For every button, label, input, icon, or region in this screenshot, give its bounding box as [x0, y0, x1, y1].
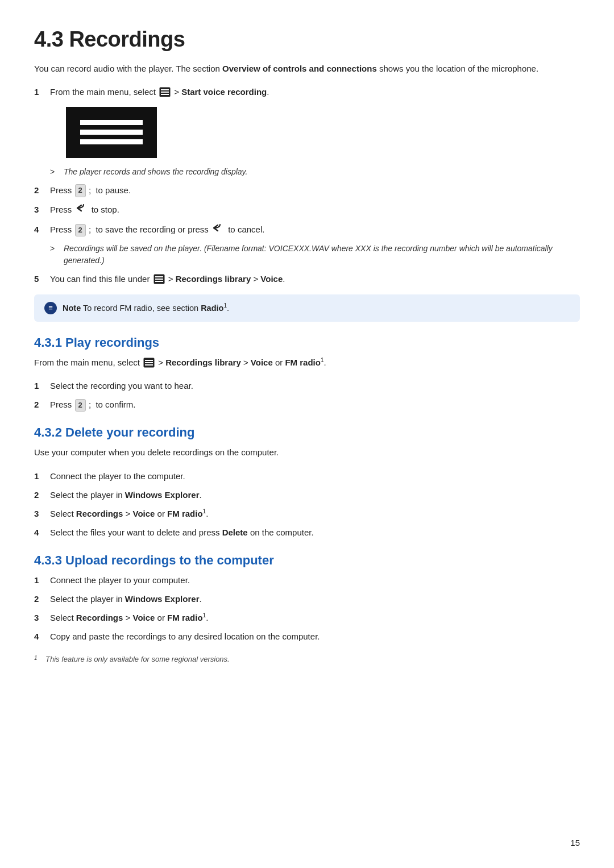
431-bold1: Recordings library [165, 358, 241, 367]
431-step-1: 1 Select the recording you want to hear. [34, 379, 580, 392]
431-step-2-content: Press 2 ; to confirm. [50, 398, 580, 412]
menu-icon-431 [143, 358, 155, 368]
432-step-4: 4 Select the files your want to delete a… [34, 526, 580, 539]
431-step-1-content: Select the recording you want to hear. [50, 379, 580, 392]
432-step-1-content: Connect the player to the computer. [50, 470, 580, 483]
step-1-subnote: > The player records and shows the recor… [34, 166, 580, 178]
note-box: ≡ Note To record FM radio, see section R… [34, 294, 580, 322]
432-step-3: 3 Select Recordings > Voice or FM radio1… [34, 507, 580, 520]
step-5-num: 5 [34, 272, 50, 285]
section-431-steps: 1 Select the recording you want to hear.… [34, 379, 580, 412]
section-432-heading: 4.3.2 Delete your recording [34, 425, 580, 440]
step-4-num: 4 [34, 223, 50, 236]
arrow-4: > [50, 243, 61, 255]
svg-rect-5 [155, 276, 163, 277]
screen-line-3 [80, 139, 143, 144]
431-bold3: FM radio [285, 358, 321, 367]
section-432-steps: 1 Connect the player to the computer. 2 … [34, 470, 580, 539]
svg-rect-7 [155, 281, 163, 282]
432-step-2: 2 Select the player in Windows Explorer. [34, 488, 580, 501]
section-431-intro: From the main menu, select > Recordings … [34, 356, 580, 369]
433-bold-3b: Voice [132, 613, 155, 622]
433-step-4-content: Copy and paste the recordings to any des… [50, 630, 580, 643]
arrow-1: > [50, 166, 61, 178]
step-4-content: Press 2 ; to save the recording or press… [50, 223, 580, 237]
432-step-3-num: 3 [34, 507, 50, 520]
note-label: Note [63, 304, 81, 313]
footnote: 1 This feature is only available for som… [34, 654, 580, 665]
main-steps-list: 1 From the main menu, select > Start voi… [34, 85, 580, 285]
section-433-heading: 4.3.3 Upload recordings to the computer [34, 553, 580, 568]
page-number: 15 [570, 838, 580, 848]
step-5-bold2: Voice [260, 274, 283, 284]
note-text: Note To record FM radio, see section Rad… [63, 301, 570, 315]
432-bold-3b: Voice [132, 509, 155, 518]
433-step-3: 3 Select Recordings > Voice or FM radio1… [34, 611, 580, 624]
431-sup: 1 [321, 357, 324, 363]
screen-line-2 [80, 130, 143, 135]
section-431-heading: 4.3.1 Play recordings [34, 335, 580, 350]
intro-paragraph: You can record audio with the player. Th… [34, 62, 580, 75]
step-1-bold: Start voice recording [181, 87, 267, 97]
431-step-2-num: 2 [34, 398, 50, 411]
menu-icon-5 [154, 274, 165, 284]
432-step-1: 1 Connect the player to the computer. [34, 470, 580, 483]
431-step-2: 2 Press 2 ; to confirm. [34, 398, 580, 412]
432-step-2-content: Select the player in Windows Explorer. [50, 488, 580, 501]
431-bold2: Voice [251, 358, 273, 367]
432-step-3-content: Select Recordings > Voice or FM radio1. [50, 507, 580, 520]
back-icon-4 [212, 223, 225, 236]
section-433-steps: 1 Connect the player to your computer. 2… [34, 574, 580, 643]
svg-rect-11 [145, 364, 153, 366]
step-1-content: From the main menu, select > Start voice… [50, 85, 580, 98]
433-step-1: 1 Connect the player to your computer. [34, 574, 580, 587]
433-step-1-content: Connect the player to your computer. [50, 574, 580, 587]
step-5: 5 You can find this file under > Recordi… [34, 272, 580, 285]
432-step-2-num: 2 [34, 488, 50, 501]
step-2-content: Press 2 ; to pause. [50, 184, 580, 197]
step-3-content: Press to stop. [50, 203, 580, 217]
svg-rect-9 [145, 360, 153, 361]
433-bold-3c: FM radio [167, 613, 203, 622]
intro-bold1: Overview of controls and connections [222, 64, 377, 73]
step-2: 2 Press 2 ; to pause. [34, 184, 580, 197]
433-step-3-num: 3 [34, 611, 50, 624]
433-bold-3a: Recordings [76, 613, 123, 622]
432-step-1-num: 1 [34, 470, 50, 483]
back-icon-3 [76, 203, 88, 217]
page-title: 4.3 Recordings [34, 27, 580, 52]
step-1-subnote-text: The player records and shows the recordi… [64, 166, 247, 178]
note-bold: Radio [201, 304, 223, 313]
433-step-3-content: Select Recordings > Voice or FM radio1. [50, 611, 580, 624]
step-4-subnote-text: Recordings will be saved on the player. … [64, 243, 580, 267]
screen-line-1 [80, 120, 143, 125]
431-step-1-num: 1 [34, 379, 50, 392]
432-bold-3a: Recordings [76, 509, 123, 518]
step-1: 1 From the main menu, select > Start voi… [34, 85, 580, 98]
svg-rect-3 [161, 94, 169, 95]
step-5-content: You can find this file under > Recording… [50, 272, 580, 285]
note-body-text: To record FM radio, see section [81, 304, 201, 313]
433-step-4-num: 4 [34, 630, 50, 643]
step-4-subnote: > Recordings will be saved on the player… [34, 243, 580, 267]
intro-text2: shows you the location of the microphone… [377, 64, 538, 73]
intro-text1: You can record audio with the player. Th… [34, 64, 222, 73]
432-sup-3: 1 [203, 508, 206, 514]
433-step-1-num: 1 [34, 574, 50, 587]
svg-rect-6 [155, 279, 163, 280]
footnote-sup: 1 [34, 654, 41, 665]
433-step-4: 4 Copy and paste the recordings to any d… [34, 630, 580, 643]
432-bold-2: Windows Explorer [125, 490, 200, 500]
note-icon: ≡ [44, 302, 57, 314]
footnote-text: This feature is only available for some … [45, 654, 230, 665]
key-2-badge: 2 [75, 184, 86, 197]
menu-icon-1 [159, 87, 171, 97]
svg-rect-1 [161, 89, 169, 90]
433-step-2: 2 Select the player in Windows Explorer. [34, 592, 580, 605]
433-sup-3: 1 [203, 612, 206, 618]
section-432-intro: Use your computer when you delete record… [34, 446, 580, 459]
note-suffix: . [227, 304, 229, 313]
key-2-badge-4: 2 [75, 224, 86, 236]
step-3: 3 Press to stop. [34, 203, 580, 217]
step-1-num: 1 [34, 85, 50, 98]
